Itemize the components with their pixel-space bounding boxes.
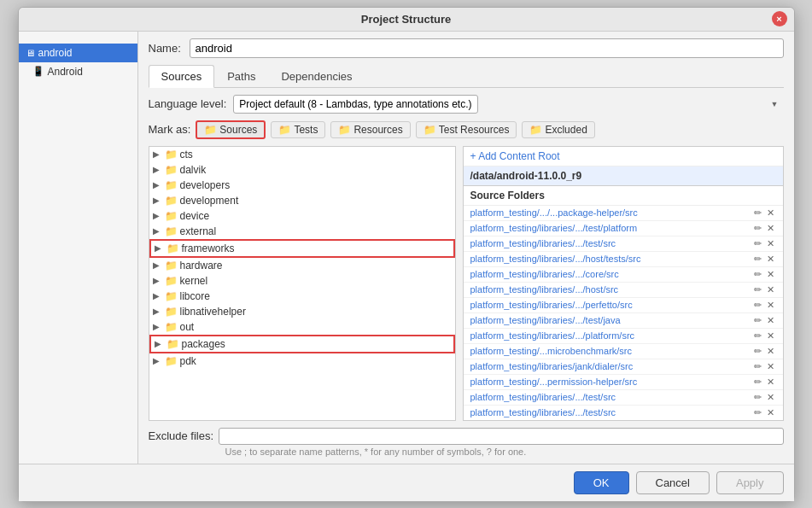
edit-icon[interactable]: ✏	[752, 377, 763, 388]
edit-icon[interactable]: ✏	[752, 315, 763, 326]
source-item[interactable]: platform_testing/libraries/.../host/test…	[464, 252, 783, 267]
mark-resources-button[interactable]: 📁 Resources	[330, 121, 410, 138]
language-select[interactable]: Project default (8 - Lambdas, type annot…	[233, 95, 478, 114]
source-item[interactable]: platform_testing/libraries/.../test/src …	[464, 406, 783, 420]
source-item[interactable]: platform_testing/libraries/.../host/src …	[464, 283, 783, 298]
tree-item-developers[interactable]: ▶ 📁 developers	[149, 178, 455, 193]
edit-icon[interactable]: ✏	[752, 300, 763, 311]
close-icon[interactable]: ✕	[765, 300, 776, 311]
tree-item-hardware[interactable]: ▶ 📁 hardware	[149, 258, 455, 273]
file-tree[interactable]: ▶ 📁 cts ▶ 📁 dalvik ▶ 📁 developers	[149, 146, 456, 421]
edit-icon[interactable]: ✏	[752, 330, 763, 342]
close-icon[interactable]: ✕	[765, 330, 776, 342]
folder-icon-packages: 📁	[166, 338, 179, 350]
exclude-hint: Use ; to separate name patterns, * for a…	[149, 447, 784, 457]
close-icon[interactable]: ✕	[765, 269, 776, 280]
tab-dependencies[interactable]: Dependencies	[268, 65, 365, 88]
source-item-text: platform_testing/libraries/.../host/test…	[470, 254, 752, 264]
close-icon[interactable]: ✕	[765, 361, 776, 372]
close-icon[interactable]: ✕	[765, 392, 776, 403]
close-icon[interactable]: ✕	[765, 346, 776, 357]
mark-test-resources-button[interactable]: 📁 Test Resources	[416, 121, 517, 138]
edit-icon[interactable]: ✏	[752, 407, 763, 418]
edit-icon[interactable]: ✏	[752, 346, 763, 357]
folder-icon-kernel: 📁	[165, 275, 178, 287]
edit-icon[interactable]: ✏	[752, 361, 763, 372]
source-item[interactable]: platform_testing/...permission-helper/sr…	[464, 375, 783, 390]
apply-button[interactable]: Apply	[716, 471, 784, 494]
tree-item-development[interactable]: ▶ 📁 development	[149, 193, 455, 208]
tab-paths[interactable]: Paths	[214, 65, 268, 88]
tab-sources[interactable]: Sources	[149, 65, 215, 88]
tree-label-packages: packages	[182, 338, 225, 350]
close-icon[interactable]: ✕	[765, 377, 776, 388]
mark-sources-button[interactable]: 📁 Sources	[196, 120, 266, 139]
cancel-button[interactable]: Cancel	[636, 471, 710, 494]
tree-item-cts[interactable]: ▶ 📁 cts	[149, 147, 455, 162]
tree-item-frameworks[interactable]: ▶ 📁 frameworks	[149, 239, 455, 258]
source-item[interactable]: platform_testing/libraries/jank/dialer/s…	[464, 359, 783, 375]
close-icon[interactable]: ✕	[765, 315, 776, 326]
folder-icon-libcore: 📁	[165, 290, 178, 302]
source-item[interactable]: platform_testing/libraries/.../test/java…	[464, 313, 783, 329]
tree-item-libnativehelper[interactable]: ▶ 📁 libnativehelper	[149, 304, 455, 319]
edit-icon[interactable]: ✏	[752, 254, 763, 265]
ok-button[interactable]: OK	[574, 471, 629, 494]
tree-item-out[interactable]: ▶ 📁 out	[149, 319, 455, 335]
mark-as-row: Mark as: 📁 Sources 📁 Tests 📁 Resources 📁…	[149, 120, 784, 139]
edit-icon[interactable]: ✏	[752, 392, 763, 403]
mark-excluded-button[interactable]: 📁 Excluded	[522, 121, 594, 138]
folder-icon-external: 📁	[165, 225, 178, 237]
android-sub-icon: 📱	[32, 66, 44, 77]
tree-label-developers: developers	[180, 179, 231, 191]
sidebar-item-android-sub[interactable]: 📱 Android	[19, 62, 137, 81]
edit-icon[interactable]: ✏	[752, 207, 763, 219]
source-item[interactable]: platform_testing/libraries/.../test/src …	[464, 236, 783, 252]
edit-icon[interactable]: ✏	[752, 269, 763, 280]
sidebar-item-android[interactable]: 🖥 android	[19, 44, 137, 62]
source-item[interactable]: platform_testing/libraries/.../test/src …	[464, 390, 783, 406]
name-row: Name:	[149, 38, 784, 58]
source-item-text: platform_testing/libraries/jank/dialer/s…	[470, 361, 752, 371]
add-content-root-button[interactable]: + Add Content Root	[470, 150, 560, 162]
edit-icon[interactable]: ✏	[752, 238, 763, 249]
source-item[interactable]: platform_testing/libraries/.../perfetto/…	[464, 298, 783, 313]
sidebar-item-empty	[19, 37, 137, 44]
folder-icon-pdk: 📁	[165, 355, 178, 367]
source-item[interactable]: platform_testing/libraries/.../platform/…	[464, 329, 783, 344]
tree-label-development: development	[180, 195, 239, 207]
arrow-external: ▶	[153, 226, 165, 236]
close-icon[interactable]: ✕	[765, 223, 776, 234]
tree-item-pdk[interactable]: ▶ 📁 pdk	[149, 353, 455, 369]
test-resources-folder-icon: 📁	[424, 124, 436, 136]
edit-icon[interactable]: ✏	[752, 223, 763, 234]
folder-icon-developers: 📁	[165, 179, 178, 191]
close-icon[interactable]: ✕	[765, 407, 776, 418]
source-item[interactable]: platform_testing/libraries/.../core/src …	[464, 267, 783, 283]
edit-icon[interactable]: ✏	[752, 284, 763, 295]
source-item[interactable]: platform_testing/libraries/.../test/plat…	[464, 221, 783, 236]
tests-folder-icon: 📁	[278, 124, 291, 136]
tree-item-libcore[interactable]: ▶ 📁 libcore	[149, 289, 455, 304]
close-button[interactable]: ×	[772, 11, 787, 26]
arrow-out: ▶	[153, 322, 165, 331]
tree-item-kernel[interactable]: ▶ 📁 kernel	[149, 273, 455, 289]
close-icon[interactable]: ✕	[765, 207, 776, 219]
source-folders-label: Source Folders	[464, 186, 783, 206]
close-icon[interactable]: ✕	[765, 254, 776, 265]
tree-item-external[interactable]: ▶ 📁 external	[149, 224, 455, 239]
arrow-libcore: ▶	[153, 291, 165, 301]
exclude-section: Exclude files: Use ; to separate name pa…	[149, 424, 784, 457]
source-item[interactable]: platform_testing/.../...package-helper/s…	[464, 206, 783, 221]
tree-item-packages[interactable]: ▶ 📁 packages	[149, 335, 455, 353]
tree-item-dalvik[interactable]: ▶ 📁 dalvik	[149, 162, 455, 178]
tree-item-device[interactable]: ▶ 📁 device	[149, 208, 455, 224]
dialog-title: Project Structure	[361, 13, 451, 26]
exclude-input[interactable]	[219, 428, 783, 445]
source-item[interactable]: platform_testing/...microbenchmark/src ✏…	[464, 344, 783, 359]
tabs-row: Sources Paths Dependencies	[149, 65, 784, 88]
mark-tests-button[interactable]: 📁 Tests	[271, 121, 325, 138]
name-input[interactable]	[190, 38, 784, 58]
close-icon[interactable]: ✕	[765, 284, 776, 295]
close-icon[interactable]: ✕	[765, 238, 776, 249]
